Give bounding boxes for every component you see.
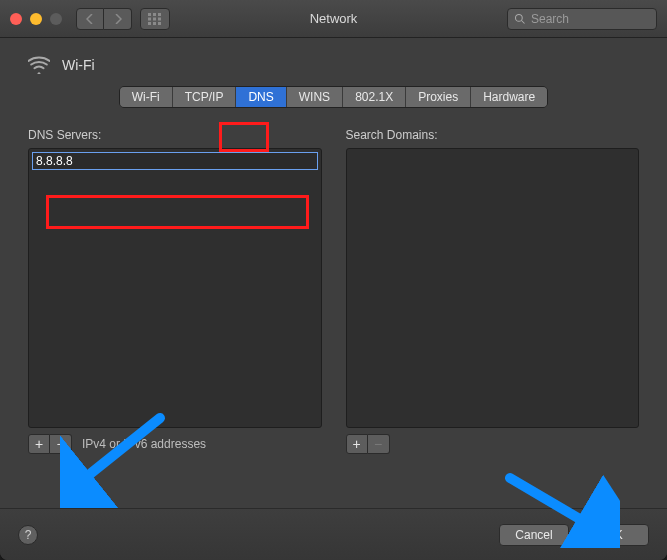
- interface-header: Wi-Fi: [18, 52, 649, 84]
- dns-server-input[interactable]: [32, 152, 318, 170]
- search-placeholder: Search: [531, 12, 569, 26]
- svg-line-10: [522, 20, 525, 23]
- svg-rect-7: [153, 22, 156, 25]
- dns-add-button[interactable]: +: [28, 434, 50, 454]
- tab-wifi[interactable]: Wi-Fi: [120, 87, 173, 107]
- minimize-window[interactable]: [30, 13, 42, 25]
- dns-servers-panel: DNS Servers: + − IPv4 or IPv6 addresses: [28, 128, 322, 454]
- dns-servers-label: DNS Servers:: [28, 128, 322, 142]
- svg-rect-3: [148, 17, 151, 20]
- search-domains-list[interactable]: [346, 148, 640, 428]
- dns-panels: DNS Servers: + − IPv4 or IPv6 addresses …: [18, 128, 649, 454]
- svg-rect-4: [153, 17, 156, 20]
- domain-remove-button: −: [368, 434, 390, 454]
- tab-proxies[interactable]: Proxies: [406, 87, 471, 107]
- search-icon: [514, 13, 526, 25]
- back-button[interactable]: [76, 8, 104, 30]
- content-area: Wi-Fi Wi-Fi TCP/IP DNS WINS 802.1X Proxi…: [0, 38, 667, 508]
- wifi-icon: [28, 56, 50, 74]
- nav-buttons: [76, 8, 132, 30]
- zoom-window-disabled: [50, 13, 62, 25]
- network-prefs-window: Network Search Wi-Fi Wi-Fi TCP/IP DNS WI…: [0, 0, 667, 560]
- dns-remove-button[interactable]: −: [50, 434, 72, 454]
- tab-dns[interactable]: DNS: [236, 87, 286, 107]
- tab-tcpip[interactable]: TCP/IP: [173, 87, 237, 107]
- tab-hardware[interactable]: Hardware: [471, 87, 547, 107]
- search-domains-panel: Search Domains: + −: [346, 128, 640, 454]
- dns-server-row[interactable]: [32, 152, 318, 170]
- search-field[interactable]: Search: [507, 8, 657, 30]
- show-all-button[interactable]: [140, 8, 170, 30]
- svg-rect-0: [148, 13, 151, 16]
- traffic-lights: [10, 13, 62, 25]
- tab-8021x[interactable]: 802.1X: [343, 87, 406, 107]
- svg-rect-6: [148, 22, 151, 25]
- titlebar: Network Search: [0, 0, 667, 38]
- svg-point-9: [516, 14, 523, 21]
- svg-rect-5: [158, 17, 161, 20]
- svg-rect-2: [158, 13, 161, 16]
- search-domains-label: Search Domains:: [346, 128, 640, 142]
- forward-button[interactable]: [104, 8, 132, 30]
- svg-rect-1: [153, 13, 156, 16]
- dns-servers-list[interactable]: [28, 148, 322, 428]
- tab-wins[interactable]: WINS: [287, 87, 343, 107]
- interface-name: Wi-Fi: [62, 57, 95, 73]
- domain-add-button[interactable]: +: [346, 434, 368, 454]
- help-button[interactable]: ?: [18, 525, 38, 545]
- footer: ? Cancel OK: [0, 508, 667, 560]
- svg-rect-8: [158, 22, 161, 25]
- close-window[interactable]: [10, 13, 22, 25]
- ok-button[interactable]: OK: [579, 524, 649, 546]
- cancel-button[interactable]: Cancel: [499, 524, 569, 546]
- tabs: Wi-Fi TCP/IP DNS WINS 802.1X Proxies Har…: [18, 86, 649, 108]
- dns-hint: IPv4 or IPv6 addresses: [82, 437, 206, 451]
